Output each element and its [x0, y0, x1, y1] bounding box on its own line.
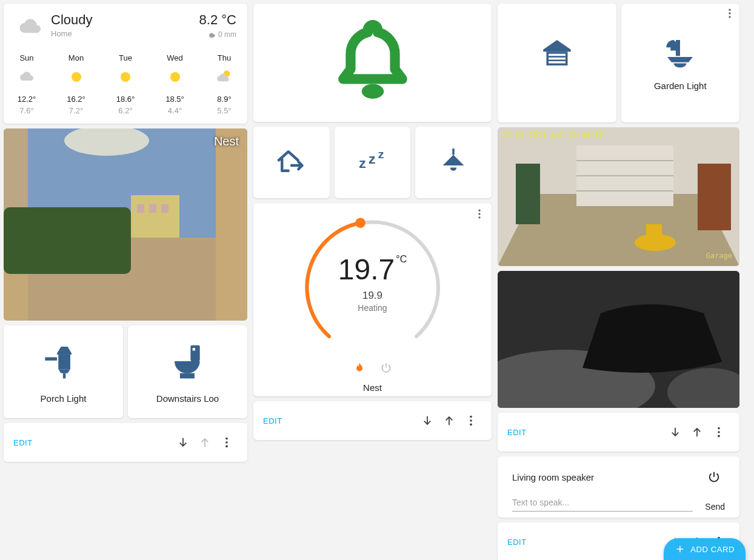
- sunny-icon: [116, 67, 135, 95]
- precip-icon: [207, 30, 216, 39]
- svg-point-22: [225, 445, 228, 448]
- power-mode-icon[interactable]: [380, 362, 392, 376]
- thermostat-setpoint: 19.9: [300, 290, 445, 302]
- bell-icon: [333, 16, 412, 110]
- forecast-day-sun[interactable]: Sun12.2°7.6°: [17, 53, 36, 115]
- svg-rect-49: [516, 164, 540, 224]
- svg-point-58: [718, 431, 720, 433]
- svg-rect-39: [549, 53, 566, 56]
- svg-point-20: [225, 438, 228, 440]
- forecast-day-tue[interactable]: Tue18.6°6.2°: [116, 53, 135, 115]
- camera-garage-timestamp: 27-03-2021 Sat 18:44:37: [502, 131, 603, 139]
- column3-more-button[interactable]: [722, 6, 737, 21]
- heat-mode-icon[interactable]: [353, 362, 365, 376]
- svg-rect-16: [62, 373, 65, 379]
- ceiling-light-tile[interactable]: [415, 127, 492, 198]
- svg-rect-15: [58, 355, 70, 369]
- alarm-bell-tile[interactable]: [253, 4, 492, 122]
- away-mode-tile[interactable]: [253, 127, 330, 198]
- svg-rect-10: [137, 204, 144, 213]
- svg-point-36: [729, 12, 730, 14]
- move-down-button[interactable]: [172, 432, 194, 453]
- svg-rect-14: [45, 357, 57, 360]
- svg-rect-9: [131, 195, 179, 238]
- edit-button[interactable]: EDIT: [507, 538, 527, 547]
- move-down-button[interactable]: [416, 410, 438, 432]
- lamp-icon: [42, 340, 85, 385]
- svg-rect-42: [676, 40, 680, 56]
- svg-point-31: [355, 218, 365, 228]
- more-button[interactable]: [460, 410, 482, 432]
- sleep-mode-tile[interactable]: zzz: [335, 127, 411, 198]
- weather-card[interactable]: Cloudy Home 8.2 °C 0 mm Sun12.2°7.6°Mon1…: [4, 4, 247, 124]
- garage-icon: [540, 36, 574, 72]
- svg-text:z: z: [378, 148, 384, 161]
- tts-input[interactable]: [512, 494, 693, 512]
- forecast-day-wed[interactable]: Wed18.5°4.4°: [165, 53, 185, 115]
- edit-button[interactable]: EDIT: [507, 428, 527, 437]
- thermostat-mode: Heating: [300, 303, 445, 313]
- thermostat-more-button[interactable]: [472, 207, 487, 221]
- edit-button[interactable]: EDIT: [263, 416, 282, 425]
- garden-light-tile[interactable]: Garden Light: [621, 4, 740, 122]
- camera-label: Nest: [214, 135, 239, 148]
- svg-point-33: [470, 419, 472, 422]
- svg-point-0: [72, 72, 81, 82]
- weather-temp: 8.2 °C: [199, 12, 236, 28]
- garden-light-label: Garden Light: [654, 81, 707, 91]
- svg-text:z: z: [369, 151, 375, 167]
- camera-garage[interactable]: 27-03-2021 Sat 18:44:37 Garage: [498, 127, 739, 266]
- column2-footer: EDIT: [253, 401, 492, 440]
- speaker-power-button[interactable]: [703, 466, 725, 488]
- svg-point-23: [361, 84, 384, 98]
- svg-rect-27: [452, 148, 455, 155]
- camera-front-door[interactable]: Nest: [4, 128, 247, 321]
- column1-footer: EDIT: [4, 423, 247, 462]
- svg-rect-6: [216, 128, 247, 321]
- svg-text:z: z: [359, 155, 365, 171]
- garage-door-tile[interactable]: .: [498, 4, 616, 122]
- home-export-icon: [275, 144, 309, 181]
- thermostat-dial[interactable]: 19.7°C 19.9 Heating: [300, 213, 445, 358]
- thermostat-name: Nest: [363, 382, 382, 393]
- camera-garage-tag: Garage: [706, 252, 732, 260]
- svg-point-1: [121, 72, 130, 82]
- svg-point-30: [478, 216, 480, 218]
- porch-light-tile[interactable]: Porch Light: [4, 325, 123, 418]
- edit-button[interactable]: EDIT: [13, 438, 33, 447]
- camera-driveway[interactable]: [498, 271, 739, 408]
- move-up-button: [194, 432, 216, 453]
- move-up-button[interactable]: [686, 421, 708, 443]
- add-card-button[interactable]: ADD CARD: [664, 538, 746, 560]
- garden-light-icon: [663, 36, 697, 72]
- svg-point-28: [478, 210, 480, 212]
- svg-rect-41: [549, 61, 566, 64]
- svg-point-32: [470, 416, 472, 418]
- move-up-button[interactable]: [438, 410, 460, 432]
- downstairs-loo-label: Downstairs Loo: [156, 393, 219, 404]
- svg-rect-8: [4, 207, 131, 274]
- partly-icon: [215, 67, 234, 95]
- svg-point-37: [729, 16, 730, 18]
- svg-point-34: [470, 424, 472, 426]
- svg-rect-12: [161, 204, 168, 213]
- sleep-icon: zzz: [356, 144, 390, 181]
- svg-point-57: [718, 427, 720, 430]
- weather-location: Home: [51, 29, 92, 38]
- move-down-button[interactable]: [664, 421, 686, 443]
- more-button[interactable]: [708, 421, 730, 443]
- column3-footer: EDIT: [498, 413, 739, 452]
- sunny-icon: [165, 67, 185, 95]
- speaker-name: Living room speaker: [512, 472, 594, 482]
- svg-rect-40: [549, 57, 566, 59]
- svg-point-29: [478, 213, 480, 215]
- tts-send-button[interactable]: Send: [705, 502, 725, 512]
- downstairs-loo-tile[interactable]: Downstairs Loo: [128, 325, 247, 418]
- forecast-day-thu[interactable]: Thu8.9°5.5°: [215, 53, 234, 115]
- porch-light-label: Porch Light: [41, 393, 87, 404]
- weather-condition: Cloudy: [51, 12, 92, 28]
- more-button[interactable]: [216, 432, 238, 453]
- forecast-day-mon[interactable]: Mon16.2°7.2°: [67, 53, 86, 115]
- svg-rect-17: [190, 345, 199, 361]
- thermostat-card[interactable]: 19.7°C 19.9 Heating Nest: [253, 203, 492, 396]
